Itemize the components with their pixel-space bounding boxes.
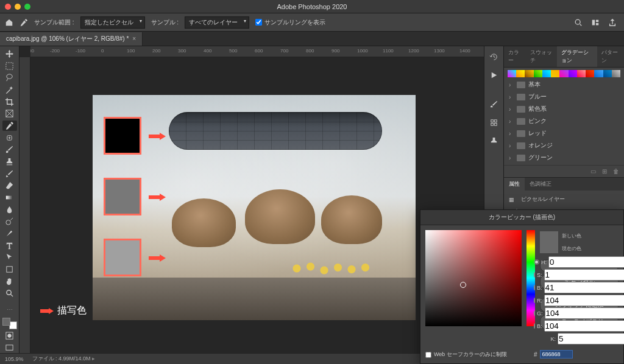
tab-swatches[interactable]: スウォッチ xyxy=(526,46,557,67)
trash-icon[interactable]: 🗑 xyxy=(613,168,619,175)
color-panel-tabs: カラー スウォッチ グラデーション パターン xyxy=(504,46,624,68)
tab-patterns[interactable]: パターン xyxy=(597,46,624,67)
gradient-folder[interactable]: ピンク xyxy=(504,115,624,127)
history-panel-icon[interactable] xyxy=(487,50,502,63)
sv-field[interactable] xyxy=(425,230,522,326)
zoom-tool[interactable] xyxy=(2,288,17,298)
color-picker-dialog: カラーピッカー (描画色) 新しい色現在の色 OK キャンセル スウォッチに追加… xyxy=(420,209,624,364)
r-input[interactable] xyxy=(544,295,624,306)
gradient-folder[interactable]: ブルー xyxy=(504,91,624,103)
gradient-presets[interactable] xyxy=(504,68,624,77)
edit-toolbar[interactable]: ⋯ xyxy=(2,305,17,315)
eyedropper-icon[interactable] xyxy=(20,18,28,27)
g-radio[interactable] xyxy=(534,310,535,316)
svg-rect-9 xyxy=(7,267,12,272)
folder-icon[interactable]: ▭ xyxy=(590,168,596,175)
s-radio[interactable] xyxy=(534,272,535,278)
g-input[interactable] xyxy=(545,307,624,319)
eraser-tool[interactable] xyxy=(2,180,17,191)
swatch-gray xyxy=(104,178,141,215)
dodge-tool[interactable] xyxy=(2,216,17,226)
gradient-folder[interactable]: レッド xyxy=(504,127,624,139)
sample-layers-select[interactable]: すべてのレイヤー xyxy=(185,16,249,29)
path-select-tool[interactable] xyxy=(2,252,17,262)
color-swatches[interactable] xyxy=(2,318,17,329)
bl-input[interactable] xyxy=(544,320,624,332)
bv-input[interactable] xyxy=(544,282,624,293)
window-close[interactable] xyxy=(5,4,11,10)
arrow-icon xyxy=(149,133,166,140)
window-minimize[interactable] xyxy=(15,4,21,10)
eyedropper-tool[interactable] xyxy=(2,121,17,131)
svg-rect-2 xyxy=(596,19,598,22)
clone-panel-icon[interactable] xyxy=(487,134,502,147)
sample-ring-checkbox[interactable]: サンプルリングを表示 xyxy=(255,18,325,27)
gradient-folder[interactable]: オレンジ xyxy=(504,139,624,152)
gradient-tool[interactable] xyxy=(2,192,17,203)
close-icon[interactable]: × xyxy=(132,35,136,42)
lasso-tool[interactable] xyxy=(2,72,17,83)
s-input[interactable] xyxy=(544,269,624,281)
pixel-layer-icon: ▦ xyxy=(509,197,514,203)
type-tool[interactable] xyxy=(2,240,17,251)
new-current-swatch[interactable] xyxy=(540,231,558,253)
shape-tool[interactable] xyxy=(2,264,17,275)
brushes-panel-icon[interactable] xyxy=(487,116,502,129)
hand-tool[interactable] xyxy=(2,276,17,287)
brush-panel-icon[interactable] xyxy=(487,97,502,111)
document-tab[interactable]: capibara.jpg @ 106% (レイヤー 2, RGB/8#) *× xyxy=(0,32,143,46)
heal-tool[interactable] xyxy=(2,133,17,143)
gradient-folder[interactable]: 紫色系 xyxy=(504,103,624,115)
hex-input[interactable] xyxy=(540,350,573,359)
stamp-tool[interactable] xyxy=(2,156,17,167)
swatch-black xyxy=(104,117,141,155)
window-zoom[interactable] xyxy=(24,4,30,10)
move-tool[interactable] xyxy=(2,49,17,59)
gradient-folder[interactable]: グリーン xyxy=(504,152,624,164)
b-radio[interactable] xyxy=(534,285,535,290)
tab-properties[interactable]: 属性 xyxy=(504,178,525,191)
gradient-folder[interactable]: 基本 xyxy=(504,79,624,91)
tab-color[interactable]: カラー xyxy=(504,46,526,67)
screenmode-tool[interactable] xyxy=(2,343,17,353)
new-icon[interactable]: ⊞ xyxy=(602,168,607,175)
app-title: Adobe Photoshop 2020 xyxy=(277,3,347,10)
ruler-horizontal[interactable]: -300-200-1000100200300400500600700800900… xyxy=(30,46,484,57)
tab-gradients[interactable]: グラデーション xyxy=(557,46,597,67)
svg-rect-3 xyxy=(596,23,598,25)
marquee-tool[interactable] xyxy=(2,61,17,71)
sample-range-select[interactable]: 指定したピクセル xyxy=(80,16,145,29)
sample-label: サンプル : xyxy=(151,18,179,27)
k-input[interactable] xyxy=(558,333,624,345)
h-radio[interactable] xyxy=(534,259,539,265)
document-canvas[interactable] xyxy=(93,95,416,320)
zoom-value[interactable]: 105.9% xyxy=(5,356,24,362)
arrow-icon xyxy=(149,254,166,262)
blur-tool[interactable] xyxy=(2,205,17,215)
workspace-icon[interactable] xyxy=(591,18,600,27)
arrow-icon xyxy=(149,194,166,201)
search-icon[interactable] xyxy=(574,18,583,27)
canvas-area[interactable]: -300-200-1000100200300400500600700800900… xyxy=(20,46,484,353)
crop-tool[interactable] xyxy=(2,97,17,107)
share-icon[interactable] xyxy=(608,18,617,27)
ruler-vertical[interactable] xyxy=(20,57,30,353)
play-panel-icon[interactable] xyxy=(487,68,502,82)
picker-title: カラーピッカー (描画色) xyxy=(420,210,623,225)
wand-tool[interactable] xyxy=(2,85,17,95)
bl-radio[interactable] xyxy=(534,323,535,329)
svg-rect-15 xyxy=(494,119,497,122)
websafe-checkbox[interactable]: Web セーフカラーのみに制限 xyxy=(425,351,507,359)
pen-tool[interactable] xyxy=(2,228,17,239)
history-brush-tool[interactable] xyxy=(2,169,17,179)
svg-point-8 xyxy=(6,220,11,225)
h-input[interactable] xyxy=(548,256,624,268)
r-radio[interactable] xyxy=(534,298,535,303)
quickmask-tool[interactable] xyxy=(2,331,17,341)
home-icon[interactable] xyxy=(5,18,13,27)
tab-adjustments[interactable]: 色調補正 xyxy=(525,178,556,191)
svg-rect-7 xyxy=(6,196,13,200)
brush-tool[interactable] xyxy=(2,144,17,155)
frame-tool[interactable] xyxy=(2,108,17,119)
svg-rect-4 xyxy=(6,62,13,69)
